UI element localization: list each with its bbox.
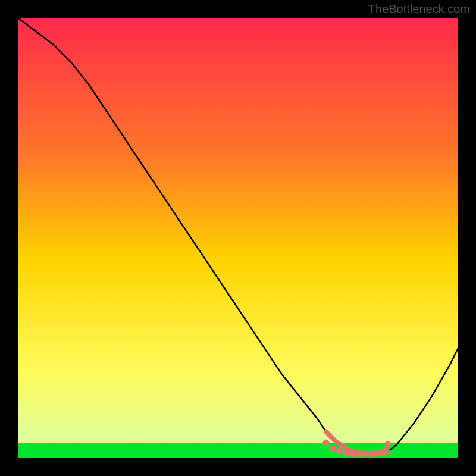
curve-marker bbox=[356, 451, 362, 457]
curve-marker bbox=[330, 446, 336, 452]
gradient-background bbox=[18, 18, 458, 458]
curve-marker bbox=[369, 451, 375, 457]
curve-marker bbox=[336, 448, 342, 454]
curve-marker bbox=[349, 451, 355, 457]
chart-container: TheBottleneck.com bbox=[0, 0, 476, 476]
curve-marker bbox=[383, 447, 389, 453]
curve-marker bbox=[385, 441, 391, 447]
curve-marker bbox=[363, 451, 369, 457]
chart-svg bbox=[18, 18, 458, 458]
curve-marker bbox=[343, 450, 349, 456]
plot-area bbox=[18, 18, 458, 458]
curve-marker bbox=[376, 450, 382, 456]
watermark-text: TheBottleneck.com bbox=[368, 2, 470, 16]
curve-marker bbox=[323, 440, 329, 446]
